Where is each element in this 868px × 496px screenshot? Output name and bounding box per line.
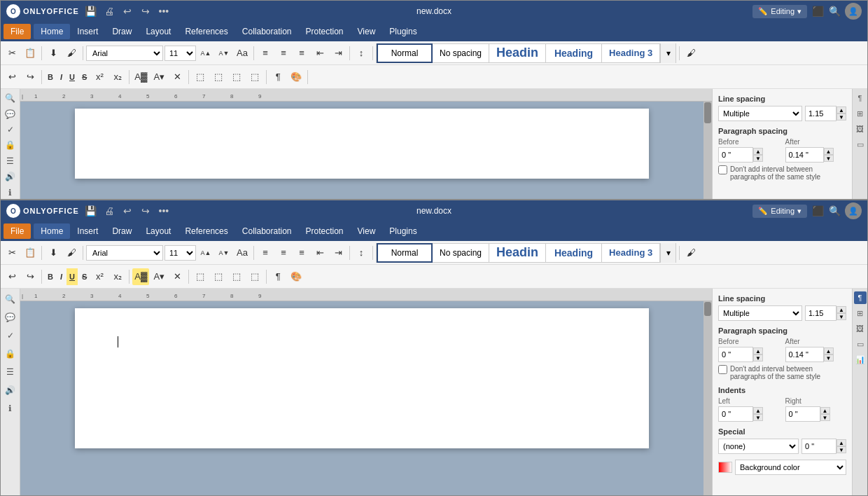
line-spacing-btn-1[interactable]: ↕	[353, 45, 370, 62]
sidebar-info-icon-2[interactable]: ℹ	[3, 401, 18, 416]
para-marks-btn-1[interactable]: ¶	[270, 69, 286, 85]
cut-btn-1[interactable]: ✂	[4, 45, 20, 62]
menu-collaboration-1[interactable]: Collaboration	[235, 24, 299, 39]
save-btn-2[interactable]: 💾	[85, 205, 97, 217]
more-btn-2[interactable]: •••	[158, 205, 170, 217]
menu-layout-1[interactable]: Layout	[139, 24, 178, 39]
sidebar-nav-icon-1[interactable]: ☰	[3, 155, 18, 167]
style-nospacing-1[interactable]: No spacing	[433, 43, 489, 63]
list-num-btn-2[interactable]: ≡	[275, 244, 292, 261]
redo-btn-2[interactable]: ↪	[139, 205, 152, 217]
font-shrink-btn-2[interactable]: A▼	[216, 244, 232, 261]
menu-insert-1[interactable]: Insert	[70, 24, 105, 39]
right-table-icon-2[interactable]: ⊞	[854, 307, 867, 319]
line-spacing-up-btn-1[interactable]: ▲	[836, 106, 846, 113]
align-justify-btn-2[interactable]: ⬚	[246, 268, 263, 285]
underline-btn-2[interactable]: U	[66, 268, 78, 285]
menu-references-1[interactable]: References	[178, 24, 234, 39]
special-value-input-2[interactable]	[802, 439, 836, 454]
menu-draw-1[interactable]: Draw	[105, 24, 139, 39]
change-case-btn-1[interactable]: Aa	[234, 45, 251, 62]
subscript-btn-2[interactable]: x₂	[109, 268, 126, 285]
right-indent-up-btn-2[interactable]: ▲	[820, 407, 830, 414]
bold-btn-1[interactable]: B	[45, 69, 56, 85]
line-spacing-type-select-2[interactable]: Multiple	[718, 305, 802, 321]
font-select-2[interactable]: Arial	[86, 245, 163, 261]
font-grow-btn-2[interactable]: A▲	[197, 244, 214, 261]
doc-page-1[interactable]	[75, 109, 649, 179]
redo2-btn-1[interactable]: ↪	[22, 69, 38, 85]
special-up-btn-2[interactable]: ▲	[836, 439, 846, 446]
subscript-btn-1[interactable]: x₂	[109, 69, 126, 85]
sidebar-search-icon-2[interactable]: 🔍	[3, 291, 18, 307]
sidebar-track-icon-2[interactable]: ✓	[3, 328, 18, 343]
size-select-2[interactable]: 11	[164, 245, 196, 261]
editing-btn-1[interactable]: ✏️ Editing ▾	[752, 5, 807, 18]
font-select-1[interactable]: Arial	[86, 46, 163, 61]
sidebar-comment-icon-2[interactable]: 💬	[3, 310, 18, 325]
paste-btn-2[interactable]: 📋	[22, 244, 38, 261]
sidebar-search-icon-1[interactable]: 🔍	[3, 92, 18, 104]
highlight-btn-1[interactable]: A▓	[132, 69, 149, 85]
style-heading1-1[interactable]: Headin	[489, 43, 546, 63]
menu-view-1[interactable]: View	[351, 24, 383, 39]
right-indent-input-2[interactable]	[785, 406, 820, 422]
before-down-btn-1[interactable]: ▼	[753, 155, 763, 162]
align-center-btn-1[interactable]: ⬚	[210, 69, 227, 85]
sidebar-speaker-icon-2[interactable]: 🔊	[3, 383, 18, 398]
sidebar-comment-icon-1[interactable]: 💬	[3, 107, 18, 120]
doc-page-2[interactable]	[75, 308, 649, 448]
bg-color-swatch-2[interactable]	[718, 462, 732, 473]
menu-protection-1[interactable]: Protection	[299, 24, 351, 39]
scrollbar-v-2[interactable]	[704, 301, 712, 495]
sidebar-track-icon-1[interactable]: ✓	[3, 123, 18, 136]
after-down-btn-2[interactable]: ▼	[824, 354, 834, 361]
underline-btn-1[interactable]: U	[66, 69, 78, 85]
change-case-btn-2[interactable]: Aa	[234, 244, 251, 261]
left-indent-up-btn-2[interactable]: ▲	[753, 407, 763, 414]
increase-indent-btn-2[interactable]: ⇥	[330, 244, 346, 261]
redo3-btn-2[interactable]: ↪	[22, 268, 38, 285]
right-textbox-icon-1[interactable]: ▭	[854, 138, 867, 151]
print-btn-2[interactable]: 🖨	[103, 205, 115, 217]
after-up-btn-2[interactable]: ▲	[824, 347, 834, 354]
scrollbar-v-1[interactable]	[704, 102, 712, 199]
menu-references-2[interactable]: References	[178, 223, 234, 239]
save-btn-1[interactable]: 💾	[85, 5, 97, 18]
before-up-btn-1[interactable]: ▲	[753, 148, 763, 155]
bg-color-select-2[interactable]: Background color	[735, 460, 846, 475]
list-bullets-btn-1[interactable]: ≡	[257, 45, 274, 62]
align-right-btn-2[interactable]: ⬚	[228, 268, 245, 285]
bold-btn-2[interactable]: B	[45, 268, 56, 285]
nav-btn-2[interactable]: ⬛	[811, 205, 824, 217]
search-btn-1[interactable]: 🔍	[828, 5, 841, 18]
left-indent-input-2[interactable]	[718, 406, 753, 422]
line-spacing-down-btn-1[interactable]: ▼	[836, 113, 846, 120]
menu-plugins-2[interactable]: Plugins	[382, 223, 424, 239]
format-painter-btn-1[interactable]: 🖌	[682, 45, 699, 62]
superscript-btn-2[interactable]: x²	[91, 268, 108, 285]
fontcolor-btn-2[interactable]: A▾	[150, 268, 167, 285]
line-spacing-type-select-1[interactable]: Multiple	[718, 106, 802, 121]
paste-special-btn-2[interactable]: ⬇	[45, 244, 62, 261]
align-left-btn-2[interactable]: ⬚	[192, 268, 209, 285]
sidebar-info-icon-1[interactable]: ℹ	[3, 186, 18, 199]
special-down-btn-2[interactable]: ▼	[836, 446, 846, 453]
before-value-input-2[interactable]	[718, 347, 753, 362]
increase-indent-btn-1[interactable]: ⇥	[330, 45, 346, 62]
left-indent-down-btn-2[interactable]: ▼	[753, 414, 763, 421]
style-normal-2[interactable]: Normal	[377, 243, 433, 263]
para-shade-btn-1[interactable]: 🎨	[288, 69, 304, 85]
style-heading2-1[interactable]: Heading	[546, 43, 602, 63]
menu-plugins-1[interactable]: Plugins	[382, 24, 424, 39]
style-dropdown-2[interactable]: ▾	[660, 243, 676, 263]
highlight-btn-2[interactable]: A▓	[132, 268, 149, 285]
list-multi-btn-1[interactable]: ≡	[293, 45, 310, 62]
style-heading3-1[interactable]: Heading 3	[602, 43, 660, 63]
sidebar-speaker-icon-1[interactable]: 🔊	[3, 170, 18, 183]
superscript-btn-1[interactable]: x²	[91, 69, 108, 85]
menu-protection-2[interactable]: Protection	[299, 223, 351, 239]
line-spacing-value-input-1[interactable]	[805, 106, 836, 121]
line-spacing-value-input-2[interactable]	[805, 305, 836, 321]
before-value-input-1[interactable]	[718, 147, 753, 163]
